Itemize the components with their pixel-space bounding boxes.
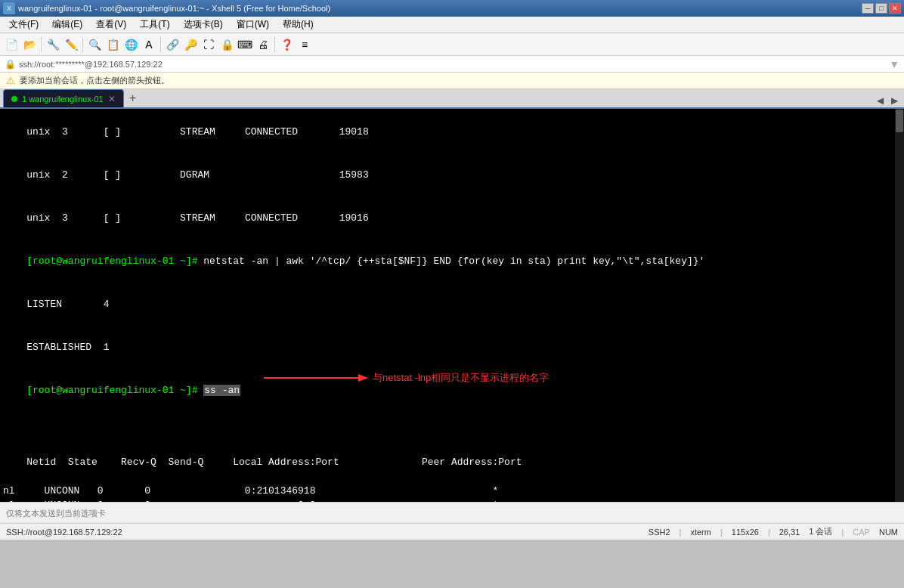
command-input[interactable] (6, 509, 898, 518)
status-position: 26,31 (779, 528, 800, 537)
lock-icon[interactable]: 🔒 (218, 36, 235, 53)
menu-file[interactable]: 文件(F) (3, 17, 45, 32)
terminal-line-7: [root@wangruifenglinux-01 ~]# ss -an 与ne… (3, 369, 901, 441)
tab-prev-button[interactable]: ◀ (874, 94, 887, 107)
keyboard-icon[interactable]: ⌨ (237, 36, 253, 53)
font-icon[interactable]: A (141, 36, 157, 53)
info-bar: ⚠ 要添加当前会话，点击左侧的箭头按钮。 (0, 73, 904, 89)
status-address: SSH://root@192.168.57.129:22 (6, 528, 122, 537)
print-icon[interactable]: 🖨 (255, 36, 271, 53)
address-dropdown-icon[interactable]: ▼ (889, 58, 899, 70)
paste-icon[interactable]: 📋 (104, 36, 121, 53)
maximize-button[interactable]: □ (875, 3, 887, 14)
tab-navigation: ◀ ▶ (874, 94, 901, 107)
status-sessions: 1 会话 (809, 526, 832, 537)
fullscreen-icon[interactable]: ⛶ (200, 36, 217, 53)
scrollbar-thumb[interactable] (896, 110, 903, 132)
terminal-line-9: nl UNCONN 0 0 0:2101346918 * (3, 484, 901, 498)
window-title: wangruifenglinux-01 - root@wangruifengli… (18, 4, 330, 13)
new-session-icon[interactable]: 📄 (3, 36, 20, 53)
arrow-svg (264, 371, 370, 385)
more-icon[interactable]: ≡ (296, 36, 313, 53)
properties-icon[interactable]: 🔧 (45, 36, 61, 53)
lock-icon: 🔒 (5, 59, 16, 70)
terminal-line-1: unix 3 [ ] STREAM CONNECTED 19018 (3, 110, 901, 153)
status-terminal: xterm (690, 528, 711, 537)
menu-help[interactable]: 帮助(H) (277, 17, 320, 32)
terminal-line-10: nl UNCONN 0 0 0:0 * (3, 498, 901, 502)
connect-icon[interactable]: 🔗 (164, 36, 181, 53)
status-protocol: SSH2 (649, 528, 670, 537)
terminal-line-5: LISTEN 4 (3, 283, 901, 326)
menu-view[interactable]: 查看(V) (90, 17, 132, 32)
tab-next-button[interactable]: ▶ (888, 94, 901, 107)
toolbar-sep-4 (274, 37, 275, 52)
terminal-line-4: [root@wangruifenglinux-01 ~]# netstat -a… (3, 240, 901, 283)
terminal-line-2: unix 2 [ ] DGRAM 15983 (3, 153, 901, 197)
tab-add-button[interactable]: + (124, 89, 142, 107)
address-bar: 🔒 ssh://root:*********@192.168.57.129:22… (0, 56, 904, 73)
annotation-text: 与netstat -lnp相同只是不显示进程的名字 (373, 370, 549, 385)
status-rows: 115x26 (732, 528, 759, 537)
app-icon: X (3, 2, 15, 14)
tab-1[interactable]: 1 wangruifenglinux-01 ✕ (3, 89, 124, 107)
menu-tabs[interactable]: 选项卡(B) (178, 17, 229, 32)
terminal-line-6: ESTABLISHED 1 (3, 326, 901, 369)
info-text: 要添加当前会话，点击左侧的箭头按钮。 (20, 75, 169, 86)
open-icon[interactable]: 📂 (21, 36, 38, 53)
info-icon: ⚠ (6, 75, 15, 86)
menu-tools[interactable]: 工具(T) (134, 17, 175, 32)
toolbar-sep-1 (41, 37, 42, 52)
toolbar-icon-3[interactable]: ✏️ (63, 36, 79, 53)
bottom-input-bar (0, 502, 904, 523)
terminal[interactable]: unix 3 [ ] STREAM CONNECTED 19018 unix 2… (0, 109, 904, 502)
toolbar: 📄 📂 🔧 ✏️ 🔍 📋 🌐 A 🔗 🔑 ⛶ 🔒 ⌨ 🖨 ❓ ≡ (0, 33, 904, 56)
toolbar-sep-2 (82, 37, 83, 52)
help-icon[interactable]: ❓ (278, 36, 295, 53)
tab-close-button[interactable]: ✕ (108, 94, 116, 104)
menu-window[interactable]: 窗口(W) (231, 17, 275, 32)
terminal-scrollbar[interactable] (895, 109, 904, 502)
close-button[interactable]: ✕ (889, 3, 901, 14)
window-controls: ─ □ ✕ (862, 3, 901, 14)
title-bar: X wangruifenglinux-01 - root@wangruifeng… (0, 0, 904, 17)
tab-bar: 1 wangruifenglinux-01 ✕ + ◀ ▶ (0, 89, 904, 109)
status-numlock: NUM (879, 528, 898, 537)
status-capslock: CAP (853, 528, 870, 537)
minimize-button[interactable]: ─ (862, 3, 874, 14)
toolbar-sep-3 (160, 37, 161, 52)
tab-status-dot (11, 96, 17, 102)
menu-edit[interactable]: 编辑(E) (46, 17, 88, 32)
svg-marker-1 (358, 374, 368, 382)
search-icon[interactable]: 🔍 (86, 36, 103, 53)
menu-bar: 文件(F) 编辑(E) 查看(V) 工具(T) 选项卡(B) 窗口(W) 帮助(… (0, 17, 904, 33)
key-icon[interactable]: 🔑 (182, 36, 199, 53)
tab-label: 1 wangruifenglinux-01 (22, 94, 104, 104)
terminal-line-3: unix 3 [ ] STREAM CONNECTED 19016 (3, 197, 901, 240)
status-bar: SSH://root@192.168.57.129:22 SSH2 | xter… (0, 523, 904, 540)
address-text: ssh://root:*********@192.168.57.129:22 (19, 60, 163, 69)
globe-icon[interactable]: 🌐 (122, 36, 139, 53)
terminal-line-8: Netid State Recv-Q Send-Q Local Address:… (3, 441, 901, 484)
